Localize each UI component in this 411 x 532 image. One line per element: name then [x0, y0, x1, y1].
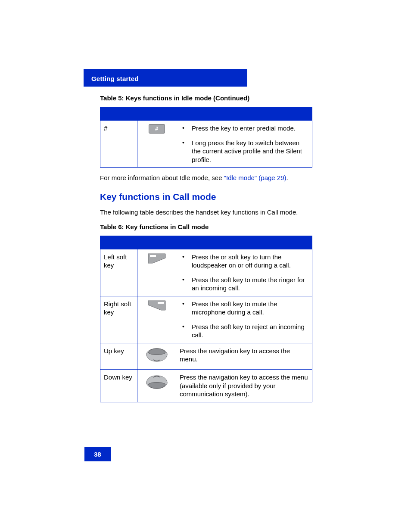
table-row: # # Press the key to enter predial mode.… — [100, 121, 312, 168]
key-description: Press the or soft key to turn the loudsp… — [176, 249, 312, 296]
table-row: Right soft key Press the soft key to mut… — [100, 296, 312, 343]
desc-item: Press the soft key to reject an incoming… — [180, 323, 308, 339]
text: For more information about Idle mode, se… — [100, 174, 224, 181]
key-name: Up key — [100, 343, 137, 370]
key-description: Press the soft key to mute the microphon… — [176, 296, 312, 343]
key-name: # — [100, 121, 137, 168]
down-nav-icon — [145, 373, 169, 390]
svg-rect-0 — [150, 255, 156, 257]
idle-mode-link[interactable]: "Idle mode" (page 29) — [224, 174, 286, 181]
desc-item: Press the or soft key to turn the loudsp… — [180, 253, 308, 270]
table-row: Up key Press the navigation key to acces… — [100, 343, 312, 370]
key-description: Press the navigation key to access the m… — [176, 370, 312, 402]
text: . — [286, 174, 288, 181]
key-icon-cell — [137, 249, 176, 296]
right-softkey-icon — [147, 300, 166, 311]
svg-rect-1 — [158, 302, 164, 304]
page-number: 38 — [84, 447, 111, 461]
key-description: Press the key to enter predial mode. Lon… — [176, 121, 312, 168]
table-row: Left soft key Press the or soft key to t… — [100, 249, 312, 296]
up-nav-icon — [145, 347, 169, 364]
table-row: Down key Press the navigation key to acc… — [100, 370, 312, 402]
desc-item: Press the soft key to mute the ringer fo… — [180, 276, 308, 292]
hash-key-icon: # — [149, 124, 165, 134]
desc-item: Press the key to enter predial mode. — [180, 124, 308, 133]
key-name: Right soft key — [100, 296, 137, 343]
table6-caption: Table 6: Key functions in Call mode — [100, 223, 316, 230]
section-header: Getting started — [84, 69, 247, 87]
intro-paragraph: The following table describes the handse… — [100, 208, 316, 217]
key-icon-cell — [137, 343, 176, 370]
table5: # # Press the key to enter predial mode.… — [100, 107, 312, 168]
key-icon-cell — [137, 296, 176, 343]
desc-item: Press the soft key to mute the microphon… — [180, 300, 308, 317]
table6: Left soft key Press the or soft key to t… — [100, 236, 312, 402]
more-info-paragraph: For more information about Idle mode, se… — [100, 174, 316, 182]
section-heading: Key functions in Call mode — [100, 192, 316, 202]
desc-item: Press the navigation key to access the m… — [180, 347, 308, 364]
left-softkey-icon — [147, 253, 166, 264]
key-name: Down key — [100, 370, 137, 402]
key-icon-cell — [137, 370, 176, 402]
page: Getting started Table 5: Keys functions … — [0, 0, 411, 532]
key-description: Press the navigation key to access the m… — [176, 343, 312, 370]
key-name: Left soft key — [100, 249, 137, 296]
key-icon-cell: # — [137, 121, 176, 168]
desc-item: Press the navigation key to access the m… — [180, 373, 308, 398]
table5-caption: Table 5: Keys functions in Idle mode (Co… — [100, 94, 316, 102]
desc-item: Long press the key to switch between the… — [180, 139, 308, 164]
